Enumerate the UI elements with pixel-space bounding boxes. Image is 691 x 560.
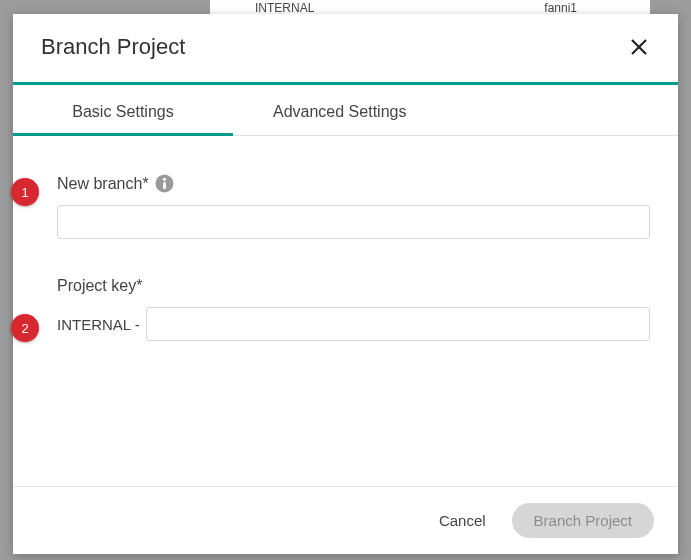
tab-basic-settings[interactable]: Basic Settings: [13, 85, 233, 135]
cancel-button[interactable]: Cancel: [435, 506, 490, 535]
tab-basic-label: Basic Settings: [72, 103, 173, 120]
new-branch-input[interactable]: [57, 205, 650, 239]
modal-body: 1 2 New branch* Project key* INTER: [13, 136, 678, 486]
bg-col-2: fanni1: [544, 1, 577, 15]
close-icon[interactable]: [628, 36, 650, 58]
tab-advanced-label: Advanced Settings: [273, 103, 406, 120]
modal-footer: Cancel Branch Project: [13, 486, 678, 554]
info-icon[interactable]: [155, 174, 174, 193]
new-branch-label-row: New branch*: [57, 174, 650, 193]
tab-advanced-settings[interactable]: Advanced Settings: [233, 85, 678, 135]
project-key-row: INTERNAL -: [57, 307, 650, 341]
tabs: Basic Settings Advanced Settings: [13, 85, 678, 136]
project-key-label: Project key*: [57, 277, 142, 295]
step-badge-2: 2: [11, 314, 39, 342]
new-branch-label: New branch*: [57, 175, 149, 193]
modal-title: Branch Project: [41, 34, 185, 60]
svg-point-3: [163, 178, 166, 181]
field-project-key: Project key* INTERNAL -: [57, 277, 650, 341]
step-badge-1: 1: [11, 178, 39, 206]
field-new-branch: New branch*: [57, 174, 650, 239]
modal-header: Branch Project: [13, 14, 678, 85]
branch-project-button[interactable]: Branch Project: [512, 503, 654, 538]
project-key-input[interactable]: [146, 307, 650, 341]
bg-col-1: INTERNAL: [255, 1, 314, 15]
branch-project-modal: Branch Project Basic Settings Advanced S…: [13, 14, 678, 554]
project-key-label-row: Project key*: [57, 277, 650, 295]
project-key-prefix: INTERNAL -: [57, 316, 140, 333]
svg-rect-4: [163, 182, 166, 189]
